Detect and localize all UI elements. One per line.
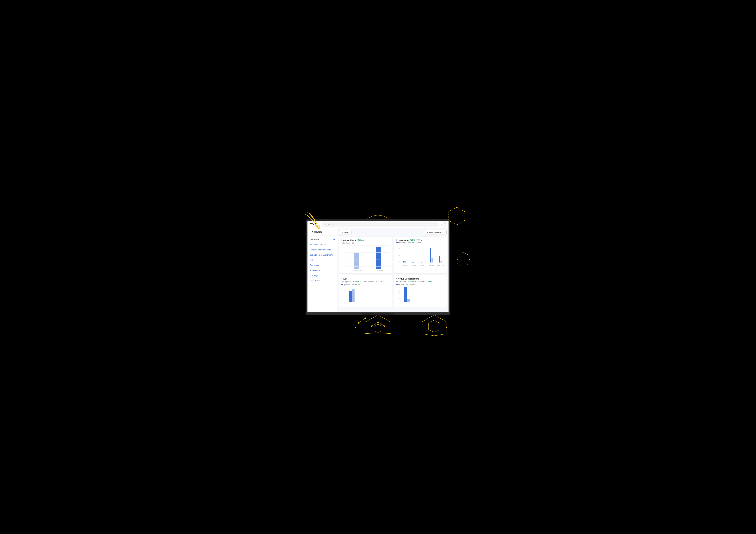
knowledge-card: ℹ Knowledge +78%+78% ▲ Last qu [394, 237, 447, 273]
knowledge-info-icon: ℹ [396, 239, 397, 241]
ask-legend-answers: Answers [352, 284, 360, 286]
deco-bottom-left [349, 313, 381, 333]
knowledge-y-axis: 050100150200250 [396, 245, 400, 263]
ask-legend-questions: Questions [341, 284, 350, 286]
collab-legend-requests-label: Requests [398, 284, 405, 285]
knowledge-x-labels: Knowledge Comments Likes Total Views Uni… [401, 265, 445, 266]
k-x-label-5: Unique Views [436, 265, 444, 266]
sidebar: ‹ Analytics Overview Skill Management Em… [308, 228, 337, 312]
app-logo: YVE [310, 223, 320, 226]
sidebar-item-label-polls: Polls [310, 259, 314, 261]
filter-button[interactable]: Filters [339, 230, 351, 235]
sidebar-item-employee-management[interactable]: Employee Management [308, 247, 337, 252]
app-topbar: YVE ? [308, 221, 448, 228]
sidebar-item-masterclass[interactable]: Masterclass [308, 278, 337, 283]
active-users-card: ℹ Active Users +40% ▲ Total Users – 26 [339, 237, 392, 273]
sidebar-item-skill-management[interactable]: Skill Management [308, 242, 337, 247]
ask-header: ℹ Ask [341, 278, 390, 280]
sidebar-item-label-masterclass: Masterclass [310, 280, 320, 282]
svg-point-17 [355, 327, 356, 328]
sidebar-item-polls[interactable]: Polls [308, 258, 337, 263]
ask-card: ℹ Ask Total Queries – 8 166% ▲ | Tot [339, 275, 392, 307]
svg-point-13 [358, 322, 359, 323]
collab-info-icon: ℹ [396, 278, 397, 280]
collab-stats: Request Sent – 10 400% ▲ | Accepted – 2 … [396, 281, 445, 282]
svg-point-1 [456, 207, 457, 208]
knowledge-bars [401, 245, 445, 263]
ask-legend-dot-questions [341, 284, 343, 285]
ask-stats: Total Queries – 8 166% ▲ | Total Answers… [341, 281, 390, 283]
laptop-base [306, 312, 450, 315]
sidebar-back-button[interactable]: ‹ [310, 231, 310, 233]
bar-light-1 [354, 253, 359, 269]
svg-marker-4 [457, 252, 469, 267]
collab-legend-accepted-label: Accepted [409, 284, 415, 285]
legend-dot-light [408, 242, 410, 243]
filter-label: Filters [344, 231, 349, 234]
ask-title: Ask [343, 278, 347, 280]
knowledge-bar-light-4 [431, 258, 433, 263]
collab-accepted-badge: 100% ▲ [428, 281, 434, 282]
main-content: Filters Download Metrics [337, 228, 448, 312]
collab-bars [401, 287, 445, 302]
knowledge-bar-dark-2 [412, 262, 414, 263]
svg-line-19 [378, 322, 385, 326]
svg-point-21 [384, 325, 385, 327]
search-icon [324, 223, 326, 226]
search-input[interactable] [327, 223, 437, 226]
collab-title: Active Collaborations [398, 278, 419, 280]
bar-group-2 [368, 247, 390, 269]
sidebar-item-label-trainings: Trainings [310, 274, 318, 277]
ask-answers-bar [352, 289, 355, 302]
legend-last-quarter: Last quarter [396, 242, 406, 243]
active-users-subtitle: Total Users – 26 [341, 242, 390, 244]
svg-point-15 [364, 318, 366, 319]
ask-legend-dot-answers [352, 284, 354, 285]
active-users-chart: 2468101214 [341, 245, 390, 271]
knowledge-bar-dark-5 [439, 256, 440, 263]
sidebar-item-label-employee: Employee Management [310, 249, 331, 251]
search-bar-container[interactable] [322, 222, 440, 227]
knowledge-chart-container: 050100150200250 [396, 245, 445, 266]
k-x-label-2: Comments [410, 265, 418, 266]
knowledge-bar-group-5 [436, 256, 444, 263]
svg-line-8 [325, 225, 326, 225]
active-users-badge: +40% ▲ [357, 239, 364, 241]
collab-requests-bar [404, 287, 407, 302]
sidebar-item-overview[interactable]: Overview [308, 237, 337, 242]
ask-total-queries-label: Total Queries – 8 [341, 281, 354, 283]
knowledge-bar-group-1 [401, 261, 409, 263]
legend-last-quarter-label: Last quarter [398, 242, 406, 243]
sidebar-item-trainings[interactable]: Trainings [308, 273, 337, 278]
download-metrics-button[interactable]: Download Metrics [424, 230, 446, 235]
ask-bar-group-1 [349, 289, 387, 302]
ask-total-answers-label: Total Answers – 9 [364, 281, 377, 283]
collab-request-badge: 400% ▲ [410, 281, 416, 282]
knowledge-bar-light-5 [441, 261, 442, 263]
knowledge-title: Knowledge [398, 239, 409, 241]
svg-line-14 [359, 318, 365, 323]
collab-legend: Requests Accepted [396, 284, 445, 285]
knowledge-bar-dark-3 [421, 262, 422, 263]
svg-line-22 [371, 322, 378, 326]
knowledge-bar-group-3 [418, 262, 426, 263]
x-label-2: Last quarter [376, 270, 383, 271]
legend-current-period: 15 Nov – 12 Feb [408, 242, 421, 243]
svg-marker-0 [449, 207, 465, 225]
laptop-container: YVE ? ‹ [306, 219, 450, 315]
outer-wrapper: YVE ? ‹ [306, 219, 450, 315]
filter-icon [341, 232, 343, 234]
sidebar-item-questions[interactable]: Questions [308, 263, 337, 268]
sidebar-item-department-management[interactable]: Department Management [308, 252, 337, 258]
bar-dark-2 [376, 247, 381, 269]
collab-legend-requests: Requests [396, 284, 405, 285]
legend-current-label: 15 Nov – 12 Feb [410, 242, 421, 243]
deco-bottom-right-hex [418, 313, 450, 337]
ask-chart-container: 456789 [341, 287, 390, 304]
knowledge-bar-light-1 [405, 261, 406, 263]
help-button[interactable]: ? [442, 222, 446, 227]
svg-point-5 [469, 259, 470, 260]
active-indicator [334, 239, 335, 240]
sidebar-item-knowledge[interactable]: Knowledge [308, 268, 337, 273]
svg-point-3 [464, 220, 465, 221]
